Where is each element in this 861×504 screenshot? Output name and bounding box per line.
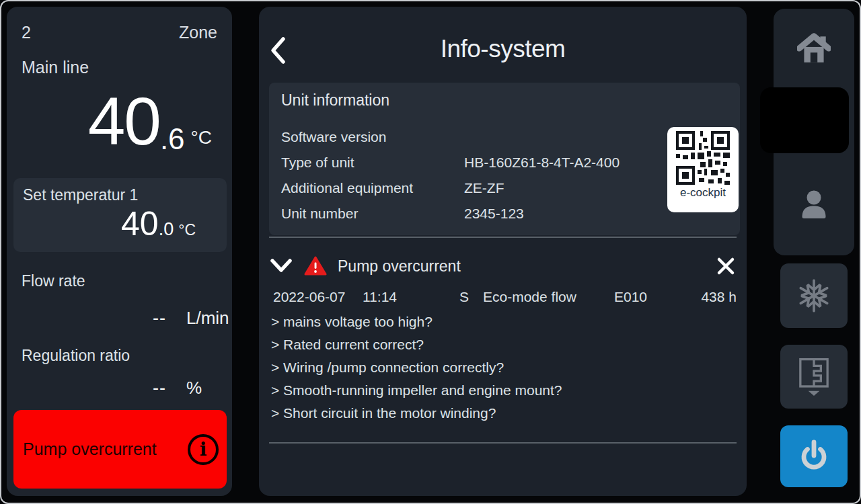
unit-information-card: Unit information Software version Type o… <box>269 83 740 235</box>
unit-row-type-of-unit: Type of unit HB-160Z61-8-4T-A2-400 <box>281 150 728 175</box>
alarm-detail-header: Pump overcurrent <box>269 253 737 280</box>
nav-tab-group <box>774 9 854 255</box>
flow-rate-label: Flow rate <box>22 272 85 290</box>
main-temp-unit: °C <box>191 127 212 149</box>
row-value: 2345-123 <box>464 201 524 226</box>
qr-code-icon <box>676 131 730 185</box>
row-label: Type of unit <box>281 150 464 175</box>
set-temperature-value: 40 .0 °C <box>23 206 217 243</box>
zone-header: 2 Zone <box>22 23 217 42</box>
set-temperature-card[interactable]: Set temperatur 1 40 .0 °C <box>13 178 227 252</box>
row-value: HB-160Z61-8-4T-A2-400 <box>464 150 620 175</box>
info-system-panel: Info-system Unit information Software ve… <box>259 7 747 496</box>
set-temp-unit: °C <box>178 221 196 239</box>
main-temp-integer: 40 <box>88 85 160 157</box>
set-temperature-label: Set temperatur 1 <box>23 186 217 204</box>
row-label: Additional equipment <box>281 175 464 201</box>
mold-button[interactable] <box>780 345 848 409</box>
warning-triangle-icon <box>304 256 327 276</box>
regulation-ratio-unit: % <box>186 378 202 398</box>
collapse-alarm-button[interactable] <box>269 257 293 275</box>
main-temperature-readout: 40 .6 °C <box>7 85 212 157</box>
hint-line: > Smooth-running impeller and engine mou… <box>271 379 737 402</box>
alarm-banner-label: Pump overcurrent <box>23 439 157 459</box>
alarm-hints-list: > mains voltage too high? > Rated curren… <box>271 310 737 425</box>
alarm-fault: Eco-mode flow <box>483 289 614 305</box>
flow-rate-value: -- <box>7 308 166 329</box>
row-label: Unit number <box>281 201 464 226</box>
flow-rate-readout: -- L/min <box>7 308 232 329</box>
alarm-hours: 438 h <box>695 289 737 305</box>
zone-status-panel: 2 Zone Main line 40 .6 °C Set temperatur… <box>7 7 232 496</box>
line-label: Main line <box>22 58 89 77</box>
page-title: Info-system <box>259 35 747 63</box>
zone-number: 2 <box>22 23 31 42</box>
row-label: Software version <box>281 124 464 150</box>
unit-row-unit-number: Unit number 2345-123 <box>281 201 728 226</box>
regulation-ratio-value: -- <box>7 378 166 398</box>
zone-label: Zone <box>179 23 217 42</box>
flow-rate-unit: L/min <box>186 308 229 329</box>
qr-card-label: e-cockpit <box>680 186 726 200</box>
close-alarm-button[interactable] <box>715 255 737 277</box>
alarm-date: 2022-06-07 <box>273 289 363 305</box>
unit-information-title: Unit information <box>281 91 728 110</box>
chevron-down-icon <box>270 259 292 274</box>
alarm-time: 11:14 <box>363 289 459 305</box>
power-icon <box>797 439 831 474</box>
row-value: ZE-ZF <box>464 175 504 201</box>
snowflake-icon <box>796 278 831 313</box>
alarm-code: E010 <box>614 289 695 305</box>
divider <box>269 237 737 238</box>
user-button[interactable] <box>774 153 854 255</box>
hint-line: > Wiring /pump connection correctly? <box>271 356 737 379</box>
close-icon <box>716 257 735 276</box>
hmi-screen: 2 Zone Main line 40 .6 °C Set temperatur… <box>0 0 861 504</box>
divider <box>269 442 737 444</box>
home-icon <box>797 33 831 64</box>
hint-line: > Short circuit in the motor winding? <box>271 402 737 425</box>
alarm-banner[interactable]: Pump overcurrent i <box>13 410 227 489</box>
unit-information-rows: Software version Type of unit HB-160Z61-… <box>281 124 728 226</box>
home-button[interactable] <box>774 9 854 87</box>
alarm-class: S <box>459 289 483 305</box>
cooling-button[interactable] <box>780 263 848 328</box>
hint-line: > Rated current correct? <box>271 333 737 356</box>
main-temp-fraction: .6 <box>160 122 185 157</box>
e-cockpit-qr-card: e-cockpit <box>667 127 739 212</box>
mold-icon <box>798 357 830 397</box>
regulation-ratio-readout: -- % <box>7 378 232 398</box>
unit-row-software-version: Software version <box>281 124 728 150</box>
alarm-detail-title: Pump overcurrent <box>338 257 461 276</box>
set-temp-integer: 40 <box>121 206 159 243</box>
menu-button[interactable] <box>760 87 849 153</box>
hint-line: > mains voltage too high? <box>271 310 737 333</box>
set-temp-fraction: .0 <box>159 217 174 243</box>
user-icon <box>798 189 830 220</box>
regulation-ratio-label: Regulation ratio <box>22 347 130 365</box>
alarm-meta-row: 2022-06-07 11:14 S Eco-mode flow E010 43… <box>273 289 737 305</box>
unit-row-additional-equipment: Additional equipment ZE-ZF <box>281 175 728 201</box>
power-button[interactable] <box>780 425 848 487</box>
info-icon: i <box>188 434 219 465</box>
